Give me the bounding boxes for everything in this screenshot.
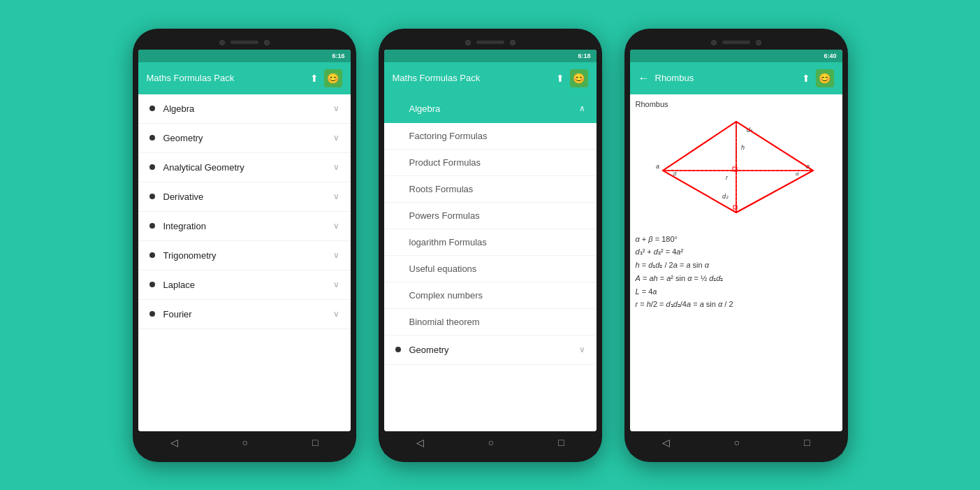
formula-6: r = h/2 = d₁d₂/4a = a sin α / 2 [636, 299, 837, 310]
camera-dot-4 [510, 40, 515, 45]
formula-3: h = d₁d₂ / 2a = a sin α [636, 260, 837, 271]
list-item-geometry[interactable]: Geometry ∨ [138, 124, 351, 153]
toolbar-title-2: Maths Formulas Pack [393, 73, 481, 83]
camera-dot-6 [756, 40, 761, 45]
status-bar-2: 6:18 [384, 50, 597, 62]
toolbar-title-3: Rhombus [655, 73, 694, 83]
chevron-fourier: ∨ [333, 309, 339, 319]
main-list-1: Algebra ∨ Geometry ∨ Analytical Geometry [138, 94, 351, 431]
camera-dot [219, 40, 225, 45]
svg-text:α: α [796, 171, 799, 177]
phone-2: 6:18 Maths Formulas Pack ⬆ 😊 Algebra ∧ [379, 29, 602, 462]
chevron-derivative: ∨ [333, 192, 339, 201]
back-button-2[interactable]: ◁ [409, 435, 431, 449]
sub-item-powers[interactable]: Powers Formulas [384, 203, 597, 229]
bullet-trig [149, 252, 155, 258]
sub-item-product[interactable]: Product Formulas [384, 150, 597, 176]
sub-item-logarithm[interactable]: logarithm Formulas [384, 229, 597, 256]
phone-screen-2: 6:18 Maths Formulas Pack ⬆ 😊 Algebra ∧ [384, 50, 597, 431]
back-button-1[interactable]: ◁ [163, 435, 185, 449]
chevron-integration: ∨ [333, 221, 339, 231]
emoji-button-1[interactable]: 😊 [324, 69, 342, 87]
sub-item-complex[interactable]: Complex numbers [384, 282, 597, 309]
formula-1: α + β = 180° [636, 234, 837, 244]
svg-text:a: a [656, 163, 659, 170]
status-bar-1: 6:16 [138, 50, 351, 62]
emoji-button-3[interactable]: 😊 [816, 69, 834, 87]
speaker-2 [476, 41, 504, 44]
list-item-algebra[interactable]: Algebra ∨ [138, 94, 351, 124]
speaker-3 [722, 41, 750, 44]
item-label-geometry: Geometry [163, 133, 203, 143]
bullet-analytical [149, 164, 155, 170]
list-item-analytical[interactable]: Analytical Geometry ∨ [138, 153, 351, 182]
status-bar-3: 6:40 [630, 50, 842, 62]
share-icon-2[interactable]: ⬆ [556, 73, 564, 84]
home-button-3[interactable]: ○ [727, 435, 747, 449]
item-label-derivative: Derivative [163, 192, 204, 202]
chevron-analytical: ∨ [333, 162, 339, 172]
item-label-integration: Integration [163, 221, 206, 231]
recent-button-1[interactable]: □ [305, 435, 325, 449]
formula-2: d₁² + d₂² = 4a² [636, 247, 837, 257]
bullet-integration [149, 223, 155, 229]
svg-text:d₂: d₂ [722, 193, 729, 200]
rhombus-detail: Rhombus d₁ d₂ a a h [630, 94, 842, 431]
toolbar-icons-2: ⬆ 😊 [556, 69, 588, 87]
item-label-analytical: Analytical Geometry [163, 162, 244, 173]
home-button-2[interactable]: ○ [481, 435, 501, 449]
formula-5: L = 4a [636, 287, 837, 296]
home-button-1[interactable]: ○ [235, 435, 255, 449]
share-icon-1[interactable]: ⬆ [310, 73, 319, 84]
phone-top-bar [138, 37, 351, 50]
toolbar-1: Maths Formulas Pack ⬆ 😊 [138, 62, 351, 94]
status-time-3: 6:40 [824, 52, 836, 59]
recent-button-3[interactable]: □ [797, 435, 817, 449]
list-item-derivative[interactable]: Derivative ∨ [138, 182, 351, 212]
list-item-trig[interactable]: Trigonometry ∨ [138, 241, 351, 271]
item-label-geometry-2: Geometry [409, 345, 449, 355]
share-icon-3[interactable]: ⬆ [802, 73, 810, 84]
svg-text:β: β [673, 171, 677, 177]
bullet-geometry [149, 135, 155, 140]
item-label-fourier: Fourier [163, 309, 192, 319]
chevron-geometry: ∨ [333, 133, 339, 143]
toolbar-2: Maths Formulas Pack ⬆ 😊 [384, 62, 597, 94]
bottom-nav-3: ◁ ○ □ [630, 431, 842, 454]
sub-item-roots[interactable]: Roots Formulas [384, 176, 597, 203]
sub-item-useful[interactable]: Useful equations [384, 256, 597, 282]
back-button-3[interactable]: ◁ [655, 435, 677, 449]
list-item-geometry-2[interactable]: Geometry ∨ [384, 336, 597, 365]
item-label-laplace: Laplace [163, 280, 196, 290]
phone-3: 6:40 ← Rhombus ⬆ 😊 Rhombus [624, 29, 848, 462]
main-list-2: Algebra ∧ Factoring Formulas Product For… [384, 94, 597, 431]
phone-top-bar-3 [630, 37, 842, 50]
svg-text:h: h [741, 144, 745, 151]
formula-4: A = ah = a² sin α = ½ d₁d₂ [636, 273, 837, 284]
toolbar-3: ← Rhombus ⬆ 😊 [630, 62, 842, 94]
sub-item-binomial[interactable]: Binomial theorem [384, 309, 597, 336]
bullet-geometry-2 [395, 347, 401, 352]
camera-dot-3 [465, 40, 471, 45]
list-item-fourier[interactable]: Fourier ∨ [138, 300, 351, 329]
bullet-derivative [149, 194, 155, 199]
toolbar-title-1: Maths Formulas Pack [147, 73, 235, 83]
chevron-geometry-2: ∨ [579, 345, 585, 354]
item-label-trig: Trigonometry [163, 250, 217, 261]
list-item-integration[interactable]: Integration ∨ [138, 212, 351, 241]
recent-button-2[interactable]: □ [551, 435, 571, 449]
algebra-category-header[interactable]: Algebra ∧ [384, 94, 597, 123]
status-time-2: 6:18 [578, 52, 590, 59]
list-item-laplace[interactable]: Laplace ∨ [138, 271, 351, 300]
toolbar-icons-3: ⬆ 😊 [802, 69, 834, 87]
phone-top-bar-2 [384, 37, 597, 50]
phone-1: 6:16 Maths Formulas Pack ⬆ 😊 Algebra ∨ [133, 29, 356, 462]
sub-item-factoring[interactable]: Factoring Formulas [384, 123, 597, 150]
phone-screen-3: 6:40 ← Rhombus ⬆ 😊 Rhombus [630, 50, 842, 431]
emoji-button-2[interactable]: 😊 [570, 69, 588, 87]
speaker [231, 41, 258, 44]
back-icon-3[interactable]: ← [638, 72, 650, 85]
chevron-algebra-up: ∧ [579, 103, 585, 113]
camera-dot-2 [264, 40, 270, 45]
algebra-header-label: Algebra [409, 103, 441, 114]
